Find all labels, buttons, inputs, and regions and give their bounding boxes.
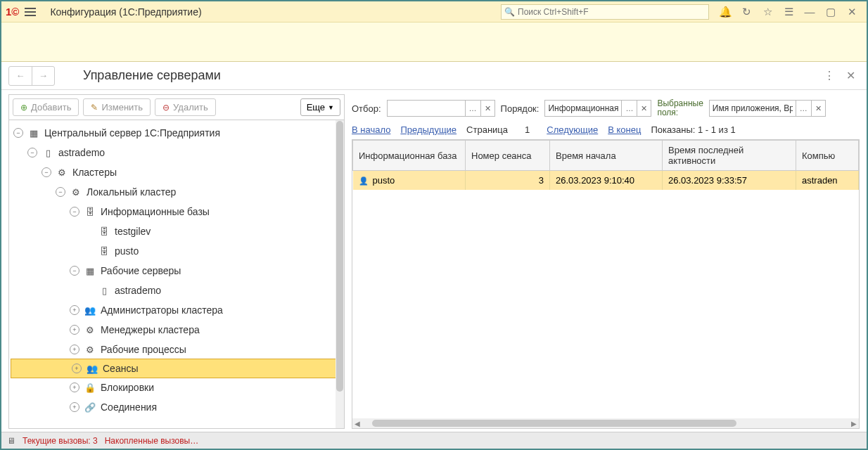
page-menu-icon[interactable]: ⋮ <box>817 69 842 82</box>
tree-row-root[interactable]: −▦Центральный сервер 1С:Предприятия <box>9 123 344 143</box>
status-current-calls[interactable]: Текущие вызовы: 3 <box>23 436 98 446</box>
host-icon: ▯ <box>98 285 110 296</box>
tree-row-processes[interactable]: +⚙Рабочие процессы <box>9 340 344 359</box>
search-input[interactable] <box>518 7 706 17</box>
expand-icon[interactable]: + <box>70 382 79 392</box>
gear-icon: ⚙ <box>84 325 96 335</box>
tree-view[interactable]: −▦Центральный сервер 1С:Предприятия −▯as… <box>9 120 344 428</box>
minimize-icon[interactable]: — <box>799 3 820 21</box>
subheader: ← → Управление серверами ⋮ ✕ <box>1 62 867 90</box>
pager-start-link[interactable]: В начало <box>352 124 390 135</box>
nav-back-button[interactable]: ← <box>9 67 32 85</box>
pager-next-link[interactable]: Следующие <box>547 124 598 135</box>
history-icon[interactable]: ↻ <box>736 3 757 21</box>
col-start-time[interactable]: Время начала <box>550 141 663 171</box>
status-accumulated-calls[interactable]: Накопленные вызовы… <box>105 436 199 446</box>
pager-shown: Показаны: 1 - 1 из 1 <box>651 124 735 135</box>
more-label: Еще <box>307 102 325 112</box>
ellipsis-icon[interactable]: … <box>621 101 637 116</box>
page-close-icon[interactable]: ✕ <box>842 69 860 82</box>
filter-otbor-box[interactable]: … <box>387 100 481 117</box>
edit-label: Изменить <box>101 102 143 112</box>
scroll-right-icon[interactable]: ▶ <box>849 420 859 428</box>
ribbon-area <box>1 22 867 62</box>
filter-otbor-input[interactable] <box>388 103 465 113</box>
more-button[interactable]: Еще▼ <box>300 98 340 116</box>
expand-icon[interactable]: + <box>70 402 79 412</box>
nav-forward-button[interactable]: → <box>32 67 54 85</box>
filter-icon[interactable]: ☰ <box>778 3 799 21</box>
process-icon: ⚙ <box>84 345 96 355</box>
page-title: Управление серверами <box>83 68 817 83</box>
col-infobase[interactable]: Информационная база <box>353 141 466 171</box>
sessions-table[interactable]: Информационная база Номер сеанса Время н… <box>352 140 859 190</box>
filter-otbor-clear[interactable]: ✕ <box>481 100 495 117</box>
pager-end-link[interactable]: В конец <box>608 124 641 135</box>
tree-row-ib1[interactable]: 🗄testgilev <box>9 221 344 241</box>
bell-icon[interactable]: 🔔 <box>715 3 736 21</box>
filter-order-input[interactable] <box>545 103 621 113</box>
tree-row-clusters[interactable]: −⚙Кластеры <box>9 162 344 182</box>
add-button[interactable]: ⊕Добавить <box>13 98 79 116</box>
app-logo: 1© <box>6 6 19 18</box>
tree-scrollbar[interactable] <box>336 120 344 428</box>
pencil-icon: ✎ <box>91 103 98 112</box>
h-scrollbar[interactable]: ◀ ▶ <box>352 418 859 428</box>
delete-button[interactable]: ⊖Удалить <box>155 98 216 116</box>
scroll-left-icon[interactable]: ◀ <box>352 420 362 428</box>
filter-fields-label: Выбранныеполя: <box>657 99 703 117</box>
expand-icon[interactable]: + <box>70 345 79 354</box>
maximize-icon[interactable]: ▢ <box>820 3 841 21</box>
pager-prev-link[interactable]: Предыдущие <box>400 124 457 135</box>
collapse-icon[interactable]: − <box>13 128 23 138</box>
tree-row-ws1[interactable]: ▯astrademo <box>9 281 344 300</box>
filter-order-box[interactable]: … <box>544 100 637 117</box>
plus-icon: ⊕ <box>20 103 27 112</box>
tree-row-locks[interactable]: +🔒Блокировки <box>9 378 344 397</box>
collapse-icon[interactable]: − <box>70 207 79 217</box>
pager-page-num: 1 <box>518 124 537 135</box>
tree-row-managers[interactable]: +⚙Менеджеры кластера <box>9 320 344 340</box>
expand-icon[interactable]: + <box>70 305 79 315</box>
tree-row-local-cluster[interactable]: −⚙Локальный кластер <box>9 182 344 202</box>
titlebar: 1© Конфигурация (1С:Предприятие) 🔍 🔔 ↻ ☆… <box>1 1 867 22</box>
database-icon: 🗄 <box>98 246 110 257</box>
hamburger-icon[interactable] <box>25 4 40 20</box>
star-icon[interactable]: ☆ <box>757 3 778 21</box>
tree-row-connections[interactable]: +🔗Соединения <box>9 397 344 417</box>
tree-row-admins[interactable]: +👥Администраторы кластера <box>9 300 344 320</box>
scroll-thumb[interactable] <box>372 420 736 427</box>
ellipsis-icon[interactable]: … <box>796 101 811 116</box>
database-icon: 🗄 <box>98 226 110 237</box>
filter-order-label: Порядок: <box>501 103 540 114</box>
col-computer[interactable]: Компью <box>796 141 859 171</box>
cell-computer: astraden <box>796 171 859 191</box>
filter-fields-clear[interactable]: ✕ <box>812 100 826 117</box>
col-activity-time[interactable]: Время последней активности <box>663 141 796 171</box>
table-row[interactable]: 👤pusto 3 26.03.2023 9:10:40 26.03.2023 9… <box>353 171 859 191</box>
server-icon: ▦ <box>27 128 40 139</box>
tree-row-server[interactable]: −▯astrademo <box>9 143 344 162</box>
tree-row-workservers[interactable]: −▦Рабочие серверы <box>9 261 344 281</box>
tree-row-sessions[interactable]: +👥Сеансы <box>11 359 343 378</box>
collapse-icon[interactable]: − <box>56 187 65 197</box>
collapse-icon[interactable]: − <box>70 266 79 276</box>
collapse-icon[interactable]: − <box>42 167 51 177</box>
expand-icon[interactable]: + <box>72 364 82 373</box>
edit-button[interactable]: ✎Изменить <box>83 98 151 116</box>
add-label: Добавить <box>31 102 71 112</box>
collapse-icon[interactable]: − <box>27 148 37 158</box>
ellipsis-icon[interactable]: … <box>465 101 480 116</box>
tree-row-infobases[interactable]: −🗄Информационные базы <box>9 202 344 221</box>
col-session-num[interactable]: Номер сеанса <box>466 141 550 171</box>
filter-fields-box[interactable]: … <box>709 100 812 117</box>
table-header-row: Информационная база Номер сеанса Время н… <box>353 141 859 171</box>
tree-row-ib2[interactable]: 🗄pusto <box>9 241 344 261</box>
filter-order-clear[interactable]: ✕ <box>637 100 651 117</box>
expand-icon[interactable]: + <box>70 325 79 335</box>
filter-fields-input[interactable] <box>710 103 796 113</box>
search-box[interactable]: 🔍 <box>501 4 709 20</box>
cell-infobase: 👤pusto <box>353 171 466 191</box>
database-icon: 🗄 <box>84 207 96 217</box>
close-icon[interactable]: ✕ <box>841 3 862 21</box>
